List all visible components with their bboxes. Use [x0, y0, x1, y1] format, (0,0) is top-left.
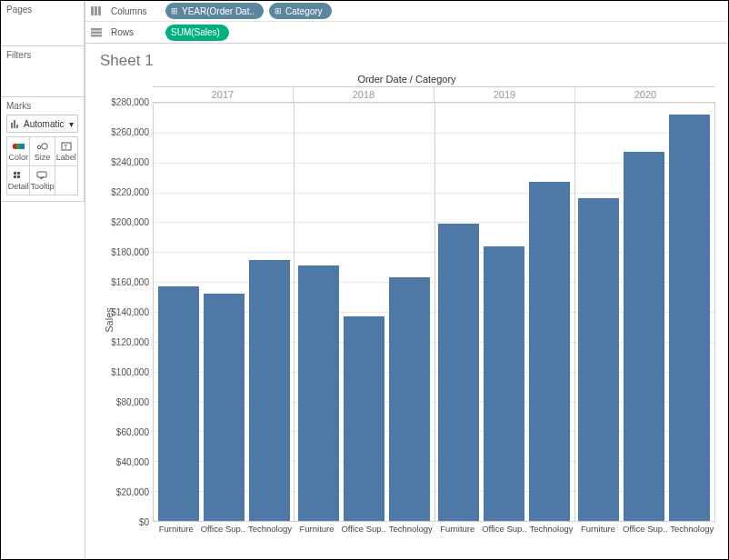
x-category-label[interactable]: Technology [387, 522, 434, 538]
x-category-label[interactable]: Office Sup.. [340, 522, 387, 538]
x-category-label[interactable]: Technology [528, 522, 575, 538]
year-header[interactable]: 2020 [574, 86, 715, 102]
svg-rect-16 [95, 6, 97, 15]
y-tick-label: $140,000 [111, 307, 149, 317]
rows-shelf[interactable]: Rows SUM(Sales) [85, 22, 728, 43]
sheet-title[interactable]: Sheet 1 [100, 52, 715, 70]
chart-body: Sales $0$20,000$40,000$60,000$80,000$100… [98, 102, 715, 538]
rows-icon [91, 28, 102, 37]
marks-size-button[interactable]: Size [30, 137, 55, 166]
bar-group [434, 103, 574, 521]
svg-point-7 [42, 143, 47, 148]
y-tick-label: $80,000 [116, 397, 149, 407]
filters-card[interactable]: Filters [1, 46, 85, 97]
pill-category[interactable]: ⊞ Category [269, 3, 332, 19]
y-tick-label: $60,000 [116, 427, 149, 437]
shelves-area: Columns ⊞ YEAR(Order Dat.. ⊞ Category Ro… [85, 1, 728, 44]
marks-empty-cell [55, 166, 79, 195]
bar[interactable] [529, 182, 570, 521]
columns-icon [91, 6, 102, 15]
x-axis-categories: FurnitureOffice Sup..TechnologyFurniture… [153, 522, 715, 538]
svg-text:T: T [64, 144, 68, 150]
x-category-label[interactable]: Furniture [294, 522, 341, 538]
svg-rect-12 [14, 175, 16, 178]
bar[interactable] [624, 152, 664, 521]
marks-tooltip-label: Tooltip [30, 182, 54, 191]
columns-shelf-label: Columns [111, 6, 156, 16]
y-tick-label: $280,000 [111, 97, 149, 107]
x-category-label[interactable]: Office Sup.. [622, 522, 669, 538]
svg-rect-18 [91, 28, 102, 31]
bar[interactable] [669, 115, 710, 521]
y-tick-label: $160,000 [111, 277, 149, 287]
y-tick-label: $220,000 [111, 187, 149, 197]
year-header[interactable]: 2018 [293, 86, 434, 102]
y-tick-label: $260,000 [111, 127, 149, 137]
bar-group [154, 103, 294, 521]
left-sidebar: Pages Filters Marks Automatic ▾ Color [1, 1, 85, 559]
bar[interactable] [344, 316, 384, 521]
pages-card[interactable]: Pages [1, 1, 85, 46]
x-category-label[interactable]: Office Sup.. [200, 522, 247, 538]
tooltip-icon [36, 171, 47, 180]
y-tick-label: $0 [139, 517, 149, 527]
year-headers: 2017201820192020 [153, 86, 715, 102]
columns-pills: ⊞ YEAR(Order Dat.. ⊞ Category [165, 3, 332, 19]
y-tick-label: $200,000 [111, 217, 149, 227]
bar[interactable] [158, 286, 199, 521]
marks-size-label: Size [35, 153, 51, 162]
pill-label: YEAR(Order Dat.. [182, 6, 255, 16]
bar[interactable] [484, 246, 524, 521]
y-tick-label: $20,000 [116, 487, 149, 497]
bar-chart-icon [11, 119, 20, 128]
bar[interactable] [204, 294, 245, 521]
x-category-label[interactable]: Technology [246, 522, 294, 538]
pill-year-order-date[interactable]: ⊞ YEAR(Order Dat.. [165, 3, 264, 19]
marks-type-label: Automatic [24, 119, 64, 129]
marks-card: Marks Automatic ▾ Color Size [1, 97, 85, 202]
marks-color-button[interactable]: Color [7, 137, 30, 166]
y-tick-label: $180,000 [111, 247, 149, 257]
marks-tooltip-button[interactable]: Tooltip [30, 166, 55, 195]
svg-rect-2 [16, 125, 18, 128]
size-icon [35, 142, 48, 151]
year-header[interactable]: 2019 [434, 86, 574, 102]
svg-rect-10 [14, 172, 16, 175]
year-header[interactable]: 2017 [153, 86, 293, 102]
columns-shelf[interactable]: Columns ⊞ YEAR(Order Dat.. ⊞ Category [85, 1, 728, 22]
bar[interactable] [249, 260, 290, 522]
y-axis[interactable]: Sales $0$20,000$40,000$60,000$80,000$100… [98, 102, 153, 538]
bar[interactable] [578, 198, 619, 521]
y-tick-label: $100,000 [111, 367, 149, 377]
bar[interactable] [298, 265, 339, 521]
marks-label-button[interactable]: T Label [55, 137, 79, 166]
y-tick-label: $40,000 [116, 457, 149, 467]
x-category-label[interactable]: Furniture [574, 522, 622, 538]
marks-color-label: Color [8, 153, 28, 162]
marks-detail-label: Detail [8, 182, 29, 191]
svg-rect-20 [91, 35, 102, 37]
pages-card-label: Pages [6, 5, 32, 15]
x-category-label[interactable]: Furniture [434, 522, 482, 538]
bar-group [294, 103, 434, 521]
bar[interactable] [438, 224, 479, 521]
pill-sum-sales[interactable]: SUM(Sales) [165, 25, 229, 41]
label-icon: T [61, 142, 72, 151]
svg-rect-14 [37, 172, 46, 177]
pill-label: Category [285, 6, 323, 16]
svg-rect-11 [17, 172, 20, 175]
plus-icon: ⊞ [171, 6, 178, 15]
marks-detail-button[interactable]: Detail [7, 166, 30, 195]
marks-type-select[interactable]: Automatic ▾ [6, 115, 78, 133]
marks-label-label: Label [56, 153, 76, 162]
svg-rect-0 [11, 123, 13, 128]
chart-plot[interactable]: FurnitureOffice Sup..TechnologyFurniture… [153, 102, 715, 538]
x-category-label[interactable]: Furniture [153, 522, 200, 538]
svg-point-6 [38, 145, 42, 149]
x-category-label[interactable]: Technology [668, 522, 715, 538]
bar[interactable] [389, 277, 430, 521]
rows-shelf-label: Rows [111, 27, 156, 37]
x-category-label[interactable]: Office Sup.. [481, 522, 528, 538]
svg-rect-17 [98, 6, 101, 15]
plus-icon: ⊞ [275, 6, 282, 15]
